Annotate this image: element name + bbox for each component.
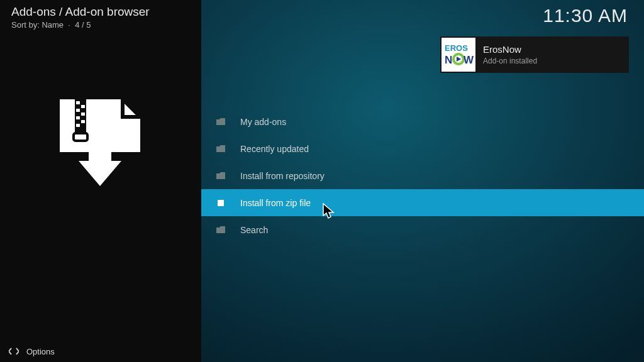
install-zip-large-icon [53, 96, 148, 192]
folder-icon [216, 118, 225, 125]
clock: 11:30 AM [543, 5, 628, 26]
app-root: Add-ons / Add-on browser Sort by: Name ·… [0, 0, 644, 362]
svg-rect-8 [74, 133, 87, 141]
sort-label: Sort by: Name [11, 20, 64, 30]
file-icon [218, 200, 224, 206]
options-arrows-icon [9, 347, 19, 356]
folder-icon [216, 145, 225, 152]
notification-toast: EROS N W ErosNow Add-on installed [440, 36, 629, 73]
breadcrumb: Add-ons / Add-on browser [11, 5, 150, 19]
options-bar[interactable]: Options [0, 341, 55, 362]
menu-item-label: My add-ons [240, 117, 286, 127]
options-label: Options [26, 347, 55, 356]
header: Add-ons / Add-on browser Sort by: Name ·… [11, 5, 150, 30]
notification-title: ErosNow [483, 44, 537, 55]
menu-item-search[interactable]: Search [201, 216, 644, 243]
sidebar-panel: Add-ons / Add-on browser Sort by: Name ·… [0, 0, 201, 362]
notification-subtitle: Add-on installed [483, 57, 537, 65]
svg-rect-2 [81, 105, 85, 108]
header-subline: Sort by: Name · 4 / 5 [11, 20, 150, 30]
svg-rect-6 [81, 120, 85, 123]
menu-item-label: Install from zip file [240, 198, 311, 208]
menu-item-install-repository[interactable]: Install from repository [201, 162, 644, 189]
svg-text:N: N [445, 54, 452, 66]
menu-item-my-addons[interactable]: My add-ons [201, 108, 644, 135]
menu-item-label: Install from repository [240, 171, 325, 181]
svg-rect-10 [89, 140, 111, 152]
svg-rect-3 [76, 109, 80, 112]
svg-text:EROS: EROS [445, 43, 468, 53]
svg-rect-1 [76, 101, 80, 104]
svg-rect-5 [76, 116, 80, 119]
menu-item-install-zip[interactable]: Install from zip file [201, 189, 644, 216]
dot-sep: · [66, 20, 75, 30]
menu-item-label: Recently updated [240, 144, 309, 154]
notification-addon-icon: EROS N W [441, 38, 475, 72]
list-position: 4 / 5 [75, 20, 91, 30]
menu-item-recently-updated[interactable]: Recently updated [201, 135, 644, 162]
folder-icon [216, 172, 225, 179]
notification-text: ErosNow Add-on installed [483, 44, 537, 65]
svg-rect-4 [81, 112, 85, 116]
svg-text:W: W [464, 54, 474, 66]
menu-item-label: Search [240, 225, 268, 235]
menu-list: My add-ons Recently updated Install from… [201, 108, 644, 243]
folder-icon [216, 226, 225, 233]
svg-rect-7 [76, 124, 80, 127]
